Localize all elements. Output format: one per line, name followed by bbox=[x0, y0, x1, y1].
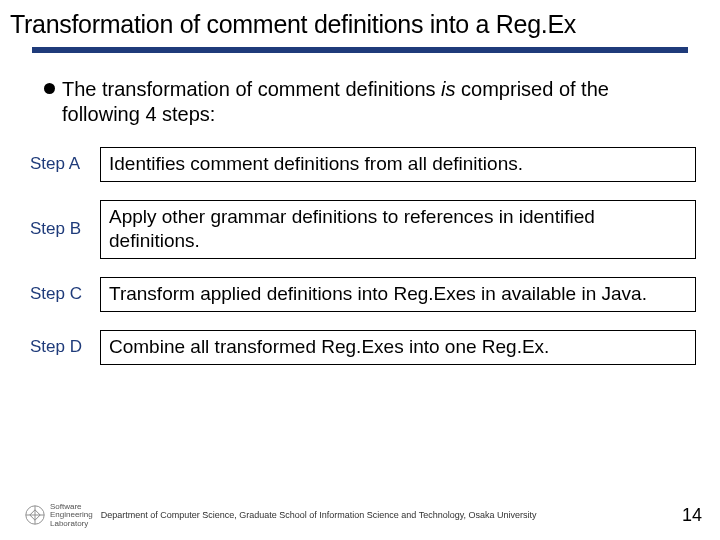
intro-block: The transformation of comment definition… bbox=[44, 77, 676, 127]
intro-italic: is bbox=[441, 78, 455, 100]
footer: Software Engineering Laboratory Departme… bbox=[0, 503, 720, 528]
step-box-b: Apply other grammar definitions to refer… bbox=[100, 200, 696, 259]
step-row: Step D Combine all transformed Reg.Exes … bbox=[24, 330, 696, 365]
step-row: Step B Apply other grammar definitions t… bbox=[24, 200, 696, 259]
step-label-a: Step A bbox=[24, 147, 100, 182]
lab-line3: Laboratory bbox=[50, 520, 93, 528]
step-label-d: Step D bbox=[24, 330, 100, 365]
step-label-c: Step C bbox=[24, 277, 100, 312]
slide-title: Transformation of comment definitions in… bbox=[0, 0, 720, 45]
footer-dept: Department of Computer Science, Graduate… bbox=[101, 510, 682, 520]
intro-pre: The transformation of comment definition… bbox=[62, 78, 441, 100]
intro-text: The transformation of comment definition… bbox=[62, 77, 676, 127]
title-rule bbox=[32, 47, 688, 53]
page-number: 14 bbox=[682, 505, 702, 526]
bullet-icon bbox=[44, 83, 55, 94]
step-box-d: Combine all transformed Reg.Exes into on… bbox=[100, 330, 696, 365]
lab-logo-icon bbox=[24, 504, 46, 526]
step-row: Step C Transform applied definitions int… bbox=[24, 277, 696, 312]
step-row: Step A Identifies comment definitions fr… bbox=[24, 147, 696, 182]
lab-name: Software Engineering Laboratory bbox=[50, 503, 93, 528]
steps-container: Step A Identifies comment definitions fr… bbox=[24, 147, 696, 365]
step-box-a: Identifies comment definitions from all … bbox=[100, 147, 696, 182]
step-label-b: Step B bbox=[24, 200, 100, 259]
step-box-c: Transform applied definitions into Reg.E… bbox=[100, 277, 696, 312]
